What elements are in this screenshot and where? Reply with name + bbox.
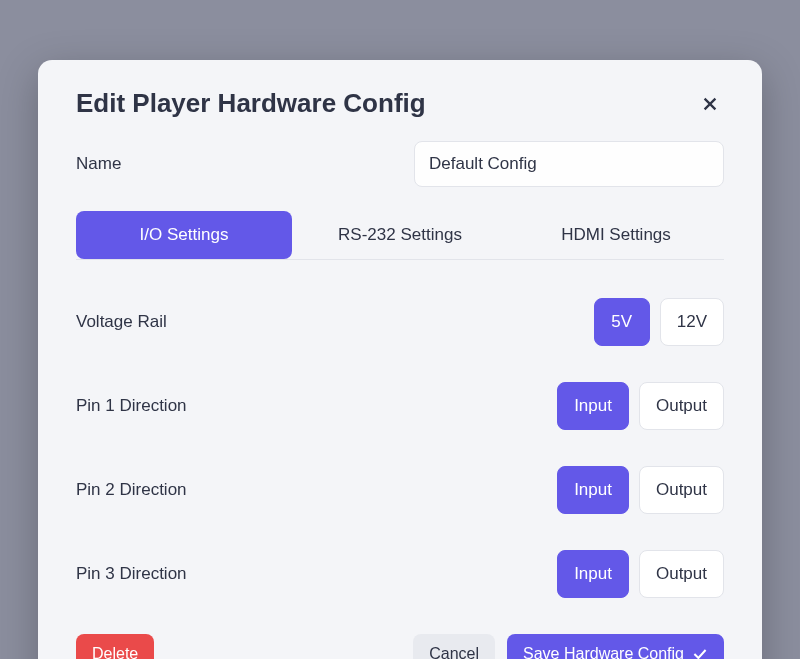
config-name-input[interactable] bbox=[414, 141, 724, 187]
pin-1-direction-row: Pin 1 Direction Input Output bbox=[76, 364, 724, 448]
tab-bar: I/O Settings RS-232 Settings HDMI Settin… bbox=[76, 211, 724, 260]
save-button[interactable]: Save Hardware Config bbox=[507, 634, 724, 659]
close-button[interactable] bbox=[696, 90, 724, 118]
voltage-rail-label: Voltage Rail bbox=[76, 312, 167, 332]
pin-2-input-button[interactable]: Input bbox=[557, 466, 629, 514]
pin-3-direction-row: Pin 3 Direction Input Output bbox=[76, 532, 724, 616]
modal-header: Edit Player Hardware Config bbox=[76, 88, 724, 119]
pin-2-output-button[interactable]: Output bbox=[639, 466, 724, 514]
pin-3-input-button[interactable]: Input bbox=[557, 550, 629, 598]
pin-2-toggle-group: Input Output bbox=[557, 466, 724, 514]
edit-hardware-config-modal: Edit Player Hardware Config Name I/O Set… bbox=[38, 60, 762, 659]
delete-label: Delete bbox=[92, 645, 138, 659]
tab-io-settings[interactable]: I/O Settings bbox=[76, 211, 292, 259]
pin-1-direction-label: Pin 1 Direction bbox=[76, 396, 187, 416]
check-icon bbox=[692, 647, 708, 659]
voltage-12v-button[interactable]: 12V bbox=[660, 298, 724, 346]
pin-3-direction-label: Pin 3 Direction bbox=[76, 564, 187, 584]
voltage-rail-row: Voltage Rail 5V 12V bbox=[76, 280, 724, 364]
voltage-rail-toggle-group: 5V 12V bbox=[594, 298, 724, 346]
pin-1-toggle-group: Input Output bbox=[557, 382, 724, 430]
pin-3-toggle-group: Input Output bbox=[557, 550, 724, 598]
pin-3-output-button[interactable]: Output bbox=[639, 550, 724, 598]
name-label: Name bbox=[76, 154, 121, 174]
tab-hdmi-settings[interactable]: HDMI Settings bbox=[508, 211, 724, 259]
pin-2-direction-row: Pin 2 Direction Input Output bbox=[76, 448, 724, 532]
cancel-button[interactable]: Cancel bbox=[413, 634, 495, 659]
close-icon bbox=[701, 95, 719, 113]
save-label: Save Hardware Config bbox=[523, 645, 684, 659]
pin-1-output-button[interactable]: Output bbox=[639, 382, 724, 430]
delete-button[interactable]: Delete bbox=[76, 634, 154, 659]
modal-title: Edit Player Hardware Config bbox=[76, 88, 426, 119]
tab-label: HDMI Settings bbox=[561, 225, 671, 244]
pin-2-direction-label: Pin 2 Direction bbox=[76, 480, 187, 500]
name-row: Name bbox=[76, 141, 724, 187]
tab-label: I/O Settings bbox=[140, 225, 229, 244]
tab-rs232-settings[interactable]: RS-232 Settings bbox=[292, 211, 508, 259]
voltage-5v-button[interactable]: 5V bbox=[594, 298, 650, 346]
pin-1-input-button[interactable]: Input bbox=[557, 382, 629, 430]
modal-footer: Delete Cancel Save Hardware Config bbox=[76, 634, 724, 659]
footer-right: Cancel Save Hardware Config bbox=[413, 634, 724, 659]
cancel-label: Cancel bbox=[429, 645, 479, 659]
tab-label: RS-232 Settings bbox=[338, 225, 462, 244]
